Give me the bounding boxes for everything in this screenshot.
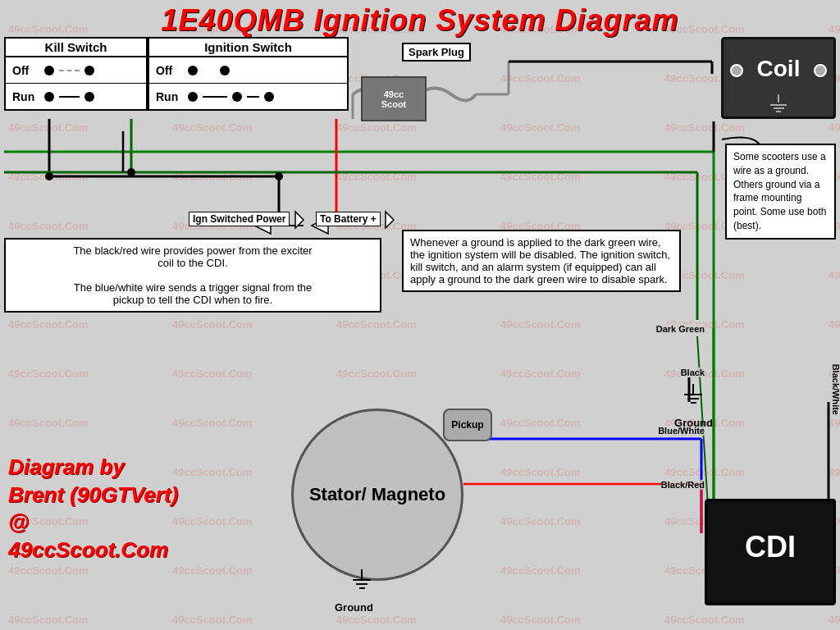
- diagram-by: Diagram by Brent (90GTVert) @ 49ccScoot.…: [8, 454, 178, 564]
- ign-switch-run-row: Run: [149, 84, 347, 110]
- annotation-left-line5: pickup to tell the CDI when to fire.: [12, 294, 373, 306]
- annotation-center-text: Whenever a ground is applied to the dark…: [410, 236, 670, 285]
- kill-switch-box: Kill Switch Off Run: [4, 37, 148, 111]
- annotation-right-text: Some scooters use a wire as a ground. Ot…: [733, 151, 826, 231]
- svg-point-33: [45, 172, 53, 180]
- ign-off-dot2: [220, 66, 230, 75]
- annotation-right: Some scooters use a wire as a ground. Ot…: [725, 144, 836, 240]
- annotation-left-line1: The black/red wire provides power from t…: [12, 244, 373, 257]
- black-wire-label: Black: [681, 368, 705, 377]
- dark-green-wire-label: Dark Green: [656, 324, 705, 334]
- annotation-left: The black/red wire provides power from t…: [4, 238, 381, 313]
- coil-terminal-left: [730, 64, 743, 77]
- pickup-label: Pickup: [451, 419, 483, 431]
- ign-run-dot1: [188, 92, 198, 102]
- black-white-wire-label: Black/White: [831, 364, 840, 415]
- kill-run-diagram: [44, 92, 94, 102]
- diagram-by-line3: @: [8, 509, 178, 536]
- stator-label: Stator/ Magneto: [309, 484, 445, 505]
- kill-switch-run-row: Run: [6, 84, 146, 110]
- kill-off-dot1: [44, 66, 54, 75]
- kill-off-diagram: [44, 66, 94, 75]
- key-label: 49ccScoot: [381, 89, 407, 109]
- ign-switched-power-label: Ign Switched Power: [189, 212, 290, 226]
- kill-switch-off-row: Off: [6, 57, 146, 84]
- kill-run-dot1: [44, 92, 54, 102]
- diagram-by-line1: Diagram by: [8, 454, 178, 482]
- diagram-container: 49ccScoot.Com 1E40QMB Ignition System Di…: [0, 0, 840, 630]
- ignition-switch-box: Ignition Switch Off Run: [148, 37, 349, 111]
- kill-switch-label: Kill Switch: [6, 39, 146, 57]
- annotation-left-line2: coil to the CDI.: [12, 257, 373, 269]
- page-title: 1E40QMB Ignition System Diagram: [0, 3, 840, 38]
- to-battery-label: To Battery +: [316, 212, 381, 226]
- kill-run-dot2: [84, 92, 94, 102]
- spark-plug-label: Spark Plug: [402, 43, 471, 62]
- black-red-wire-label: Black/Red: [661, 480, 705, 490]
- ground-label-2: Ground: [335, 601, 373, 614]
- ground-symbol-1: [684, 384, 702, 404]
- coil-box: Coil: [721, 37, 836, 119]
- ign-run-dot2: [232, 92, 242, 102]
- svg-point-34: [275, 172, 283, 180]
- diagram-by-line2: Brent (90GTVert): [8, 482, 178, 509]
- cdi-label: CDI: [707, 501, 833, 564]
- annotation-left-line4: The blue/white wire sends a trigger sign…: [12, 281, 373, 294]
- kill-off-label: Off: [12, 64, 41, 77]
- svg-marker-36: [386, 212, 394, 228]
- ign-run-diagram: [188, 92, 274, 102]
- pickup-bump: Pickup: [443, 409, 492, 441]
- coil-terminal-right: [814, 64, 827, 77]
- annotation-center: Whenever a ground is applied to the dark…: [402, 230, 681, 292]
- ignition-switch-label: Ignition Switch: [149, 39, 347, 57]
- coil-ground: [770, 94, 787, 112]
- kill-run-label: Run: [12, 90, 41, 103]
- stator-circle: Stator/ Magneto: [291, 409, 463, 581]
- svg-point-32: [127, 168, 135, 176]
- cdi-box: CDI: [705, 499, 836, 605]
- ground-label-1: Ground: [674, 417, 713, 429]
- ign-off-dot1: [188, 66, 198, 75]
- ign-switch-off-row: Off: [149, 57, 347, 84]
- ground-symbol-2: [353, 569, 371, 589]
- ign-run-label: Run: [156, 90, 185, 103]
- ign-off-label: Off: [156, 64, 185, 77]
- diagram-by-line4: 49ccScoot.Com: [8, 536, 178, 564]
- kill-off-dot2: [84, 66, 94, 75]
- key-shape: 49ccScoot: [361, 76, 427, 121]
- ign-off-diagram: [188, 66, 230, 75]
- ign-run-dot3: [264, 92, 274, 102]
